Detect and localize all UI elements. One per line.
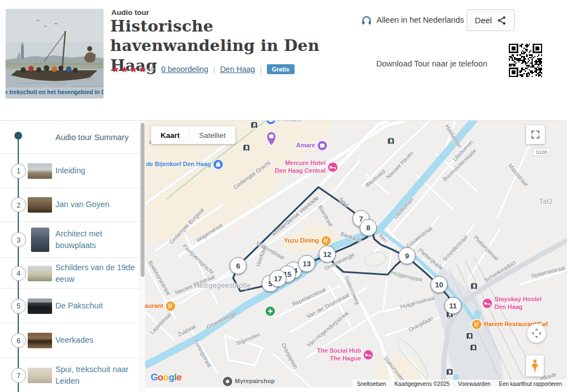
sidebar-item-stop-2[interactable]: 2Jan van Goyen: [0, 188, 140, 222]
transit-stop-icon[interactable]: [388, 138, 394, 145]
language-note: Alleen in het Nederlands: [361, 14, 464, 25]
theater-pin-icon[interactable]: [265, 131, 277, 149]
poi-label[interactable]: Yuzu Dining: [284, 237, 319, 245]
street-label: Bierstraat: [317, 204, 334, 228]
transit-stop-icon[interactable]: [471, 283, 477, 290]
street-label: Huijgensstraat: [400, 295, 436, 310]
food-poi-icon[interactable]: [472, 320, 482, 329]
route-marker-17[interactable]: 17: [270, 270, 287, 287]
map-type-kaart[interactable]: Kaart: [151, 126, 189, 144]
street-label: Maasstraat: [507, 163, 529, 188]
stop-number-badge: 5: [11, 298, 26, 313]
shop-poi-icon[interactable]: [266, 121, 276, 125]
star-icon[interactable]: ★: [111, 64, 120, 75]
shop-poi-icon[interactable]: [214, 160, 223, 169]
fullscreen-icon: [530, 130, 540, 140]
street-label: Pletterijstraat: [472, 234, 499, 261]
street-label: Hekkelaan: [444, 123, 463, 149]
route-marker-9[interactable]: 9: [399, 247, 416, 265]
stop-number-badge: 6: [11, 333, 26, 348]
sidebar-scrollbar-thumb[interactable]: [141, 123, 145, 277]
google-logo[interactable]: Google: [151, 372, 182, 383]
poi-label[interactable]: Primark: [278, 121, 301, 123]
street-label: Repelaerstraat: [291, 286, 327, 307]
transit-stop-icon[interactable]: [471, 345, 477, 351]
transit-stop-icon[interactable]: [447, 369, 453, 375]
star-icon[interactable]: ★: [130, 64, 138, 75]
stop-label: Architect met bouwplaats: [55, 228, 136, 251]
transit-stop-icon[interactable]: [467, 333, 473, 339]
reviews-link[interactable]: 0 beoordeling: [161, 65, 208, 74]
hotel-poi-icon[interactable]: [483, 299, 492, 308]
street-label: Scheldestraat: [441, 234, 469, 262]
street-label: Oranjelaan: [408, 315, 434, 333]
poi-label[interactable]: The Social HubThe Hague: [317, 347, 361, 363]
poi-label[interactable]: Stayokay HostelDen Haag: [494, 296, 542, 311]
poi-label[interactable]: de Bijenkorf Den Haag: [146, 161, 211, 168]
route-marker-12[interactable]: 12: [319, 246, 336, 263]
map-canvas[interactable]: e BlufGedempte GrachtGedempte BurgwalWag…: [145, 121, 567, 388]
share-icon: [497, 16, 507, 25]
generic-poi-icon[interactable]: [223, 377, 233, 386]
street-label: Spui: [338, 197, 350, 208]
attribution-item[interactable]: Voorwaarden: [458, 381, 491, 387]
hotel-poi-icon[interactable]: [328, 163, 338, 172]
sidebar-scrollbar[interactable]: [140, 121, 145, 392]
attribution-item[interactable]: Kaartgegevens ©2025: [394, 381, 450, 387]
street-label: Spaarnestraat: [530, 265, 566, 279]
street-label: Uilebomen: [393, 197, 415, 220]
stop-thumbnail: [28, 298, 52, 314]
street-label: Gouwestraat: [405, 225, 433, 249]
route-marker-13[interactable]: 13: [298, 255, 316, 272]
fullscreen-button[interactable]: [526, 125, 545, 144]
sidebar-item-stop-5[interactable]: 5De Pakschuit: [0, 289, 140, 323]
share-button[interactable]: Deel: [467, 9, 515, 31]
food-poi-icon[interactable]: [322, 236, 331, 246]
route-marker-6[interactable]: 6: [230, 257, 247, 275]
transit-stop-icon[interactable]: [251, 122, 257, 128]
hotel-poi-icon[interactable]: [364, 350, 373, 360]
route-marker-8[interactable]: 8: [360, 219, 377, 236]
sidebar-item-stop-6[interactable]: 6Veerkades: [0, 323, 140, 358]
food-poi-icon[interactable]: [166, 302, 176, 311]
sidebar-item-summary[interactable]: Audio tour Summary: [0, 121, 140, 154]
attribution-item[interactable]: Een kaartfout rapporteren: [499, 381, 562, 387]
street-label: Gedempte Gracht: [233, 159, 272, 190]
poi-label[interactable]: Mercure HotelDen Haag Central: [275, 159, 326, 175]
tour-stops-sidebar: Audio tour Summary 1Inleiding2Jan van Go…: [0, 121, 145, 392]
star-icon[interactable]: ★: [120, 64, 129, 75]
stop-thumbnail: [28, 333, 52, 348]
map-type-satelliet[interactable]: Satelliet: [190, 126, 235, 144]
city-link[interactable]: Den Haag: [220, 65, 255, 74]
arts-poi-icon[interactable]: [318, 141, 327, 151]
transit-stop-icon[interactable]: [244, 145, 250, 151]
cover-caption: e trekschuit en het havengebied in Den H…: [6, 89, 104, 95]
street-label: Paviljoensgracht: [182, 243, 215, 276]
route-marker-11[interactable]: 11: [445, 297, 462, 314]
language-note-text: Alleen in het Nederlands: [377, 16, 464, 24]
street-label: Lepelstraat: [149, 311, 172, 335]
street-label: Wagenstraat: [195, 222, 224, 243]
sidebar-item-stop-7[interactable]: 7Spui, trekschuit naar Leiden: [0, 358, 140, 392]
pan-control[interactable]: [527, 324, 546, 343]
stop-label: Schilders van de 19de eeuw: [55, 261, 136, 285]
map-attribution: SneltoetsenKaartgegevens ©2025Voorwaarde…: [352, 380, 567, 388]
sidebar-item-stop-4[interactable]: 4Schilders van de 19de eeuw: [0, 258, 140, 289]
poi-label[interactable]: Myrepairshop: [235, 378, 275, 385]
poi-label[interactable]: Amare: [296, 142, 315, 149]
sidebar-item-stop-3[interactable]: 3Architect met bouwplaats: [0, 222, 140, 258]
pegman-control[interactable]: [526, 355, 544, 376]
pan-arrows-icon: [531, 328, 542, 339]
tour-stop-list: 1Inleiding2Jan van Goyen3Architect met b…: [0, 154, 145, 392]
rating-stars[interactable]: ★★★★★: [111, 65, 156, 74]
star-icon[interactable]: ★: [138, 64, 147, 75]
attribution-item[interactable]: Sneltoetsen: [357, 381, 386, 387]
street-label: Veerkade: [255, 244, 269, 267]
sidebar-item-stop-1[interactable]: 1Inleiding: [0, 154, 140, 188]
star-icon[interactable]: ★: [147, 64, 156, 75]
separator: |: [213, 65, 215, 74]
route-marker-10[interactable]: 10: [431, 276, 448, 293]
poi-label[interactable]: Restaurant: [145, 302, 163, 310]
health-poi-icon[interactable]: [266, 307, 275, 316]
map-type-control: Kaart Satelliet: [151, 126, 235, 144]
